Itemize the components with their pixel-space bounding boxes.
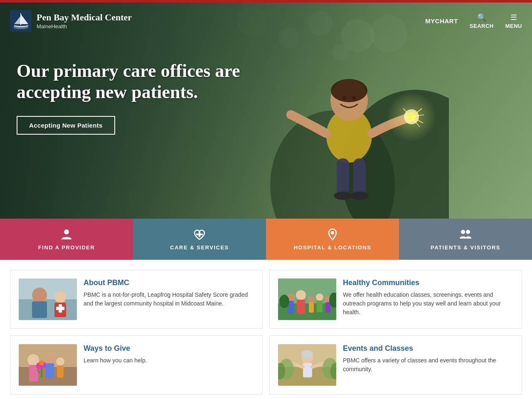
logo-main-name: Pen Bay Medical Center — [37, 12, 132, 23]
svg-rect-44 — [325, 302, 330, 313]
quick-links-bar: FIND A PROVIDER CARE & SERVICES HOSPITAL… — [0, 219, 532, 260]
cards-section: About PBMC PBMC is a not-for-profit, Lea… — [0, 260, 532, 399]
svg-point-18 — [387, 92, 436, 142]
hero-child-figure — [249, 27, 449, 219]
svg-point-58 — [56, 357, 64, 366]
care-services-icon — [193, 228, 206, 241]
find-provider-link[interactable]: FIND A PROVIDER — [0, 219, 133, 260]
ways-to-give-content: Ways to Give Learn how you can help. — [84, 344, 254, 365]
care-services-link[interactable]: CARE & SERVICES — [133, 219, 266, 260]
events-classes-content: Events and Classes PBMC offers a variety… — [343, 344, 513, 374]
svg-rect-28 — [32, 301, 47, 318]
svg-point-14 — [334, 192, 352, 200]
accepting-patients-button[interactable]: Accepting New Patients — [17, 116, 115, 135]
svg-rect-42 — [317, 300, 323, 312]
ways-to-give-desc: Learn how you can help. — [84, 356, 254, 365]
about-pbmc-desc: PBMC is a not-for-profit, Leapfrog Hospi… — [84, 291, 254, 308]
svg-point-56 — [45, 354, 55, 364]
site-header: Pen Bay Medical Center MaineHealth MYCHA… — [0, 5, 532, 37]
svg-point-23 — [461, 230, 465, 234]
hospital-locations-link[interactable]: HOSPITAL & LOCATIONS — [266, 219, 399, 260]
search-label: SEARCH — [470, 23, 494, 29]
ways-to-give-img-placeholder — [19, 344, 77, 386]
search-button[interactable]: 🔍 SEARCH — [470, 13, 494, 29]
svg-point-15 — [350, 192, 369, 200]
svg-point-39 — [308, 296, 315, 303]
svg-rect-26 — [19, 299, 77, 320]
svg-point-45 — [279, 295, 289, 308]
svg-point-17 — [352, 96, 356, 100]
events-classes-title[interactable]: Events and Classes — [343, 344, 513, 353]
logo-text: Pen Bay Medical Center MaineHealth — [37, 12, 132, 29]
svg-rect-59 — [57, 365, 64, 378]
svg-point-20 — [13, 26, 28, 29]
patients-visitors-label: PATIENTS & VISITORS — [431, 244, 500, 251]
hero-headline: Our primary care offices are accepting n… — [17, 61, 258, 103]
svg-rect-63 — [303, 363, 312, 377]
healthy-communities-content: Healthy Communities We offer health educ… — [343, 278, 513, 317]
svg-point-54 — [39, 360, 44, 365]
menu-button[interactable]: ☰ MENU — [505, 13, 522, 29]
healthy-communities-desc: We offer health education classes, scree… — [343, 291, 513, 317]
logo-sub-name: MaineHealth — [37, 23, 132, 30]
events-classes-img-placeholder — [278, 344, 336, 386]
about-pbmc-img-placeholder — [19, 278, 77, 320]
patients-visitors-link[interactable]: PATIENTS & VISITORS — [399, 219, 532, 260]
find-provider-label: FIND A PROVIDER — [38, 244, 95, 251]
about-pbmc-image — [19, 278, 77, 320]
svg-rect-13 — [353, 158, 366, 196]
logo-area[interactable]: Pen Bay Medical Center MaineHealth — [10, 10, 132, 32]
svg-point-16 — [342, 96, 346, 100]
header-nav: MYCHART 🔍 SEARCH ☰ MENU — [425, 13, 522, 29]
about-pbmc-content: About PBMC PBMC is a not-for-profit, Lea… — [84, 278, 254, 308]
svg-point-29 — [54, 291, 66, 303]
svg-point-37 — [296, 290, 306, 300]
find-provider-icon — [60, 228, 73, 241]
svg-point-41 — [316, 293, 323, 301]
svg-point-24 — [466, 230, 470, 234]
svg-rect-32 — [56, 307, 64, 310]
hospital-locations-label: HOSPITAL & LOCATIONS — [294, 244, 372, 251]
svg-rect-38 — [297, 300, 305, 314]
ways-to-give-image — [19, 344, 77, 386]
patients-visitors-icon — [459, 228, 472, 241]
svg-rect-57 — [46, 363, 54, 378]
ways-to-give-card[interactable]: Ways to Give Learn how you can help. — [10, 335, 263, 394]
hero-content: Our primary care offices are accepting n… — [17, 61, 258, 135]
hospital-locations-icon — [326, 228, 339, 241]
menu-icon: ☰ — [510, 13, 517, 22]
mychart-button[interactable]: MYCHART — [425, 17, 458, 25]
search-icon: 🔍 — [477, 13, 486, 22]
svg-point-21 — [64, 229, 69, 234]
menu-label: MENU — [505, 23, 522, 29]
events-classes-desc: PBMC offers a variety of classes and eve… — [343, 356, 513, 374]
svg-point-22 — [331, 231, 334, 234]
svg-rect-40 — [309, 302, 314, 313]
logo-icon — [10, 10, 32, 32]
events-classes-image — [278, 344, 336, 386]
ways-to-give-title[interactable]: Ways to Give — [84, 344, 254, 353]
svg-point-4 — [331, 79, 367, 102]
svg-rect-12 — [337, 158, 349, 196]
hero-section: Pen Bay Medical Center MaineHealth MYCHA… — [0, 2, 532, 219]
events-classes-card[interactable]: Events and Classes PBMC offers a variety… — [269, 335, 522, 394]
svg-point-27 — [32, 288, 47, 303]
healthy-communities-image — [278, 278, 336, 320]
about-pbmc-card[interactable]: About PBMC PBMC is a not-for-profit, Lea… — [10, 270, 263, 329]
svg-point-66 — [301, 350, 313, 358]
care-services-label: CARE & SERVICES — [170, 244, 229, 251]
healthy-communities-img-placeholder — [278, 278, 336, 320]
cards-grid: About PBMC PBMC is a not-for-profit, Lea… — [10, 270, 522, 394]
about-pbmc-title[interactable]: About PBMC — [84, 278, 254, 287]
healthy-communities-card[interactable]: Healthy Communities We offer health educ… — [269, 270, 522, 329]
healthy-communities-title[interactable]: Healthy Communities — [343, 278, 513, 287]
